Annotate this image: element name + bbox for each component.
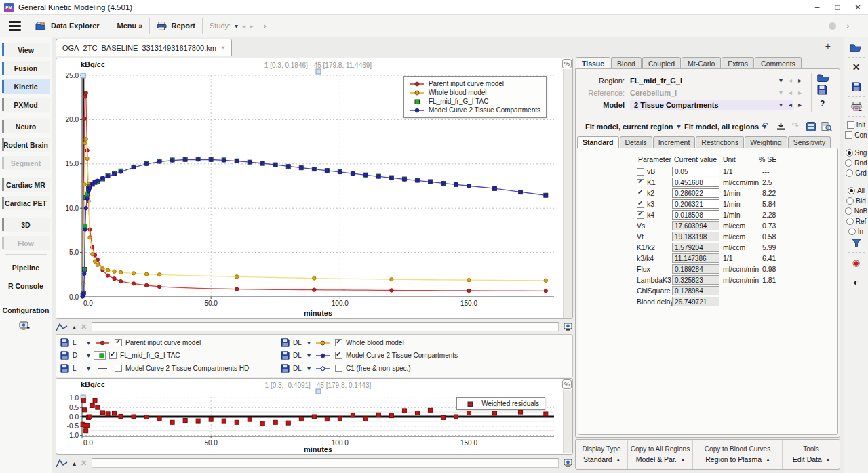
save-curve-icon[interactable] <box>281 338 290 347</box>
radio-nob[interactable]: NoB <box>845 206 867 216</box>
radio-irr[interactable]: Irr <box>848 226 864 236</box>
curve-mode-label[interactable]: DL <box>293 339 304 346</box>
parameter-value-field[interactable]: 0.018508 <box>672 210 719 220</box>
curve-marker-button[interactable] <box>314 351 332 360</box>
collapse-icon[interactable]: ▴ <box>73 323 76 331</box>
sidebar-item-3d[interactable]: 3D <box>2 218 50 232</box>
save-curve-icon[interactable] <box>281 364 290 373</box>
checkbox-box[interactable] <box>847 121 854 129</box>
curve-marker-button[interactable] <box>94 338 111 347</box>
save-curve-icon[interactable] <box>60 338 69 347</box>
sidebar-item-rodent-brain[interactable]: Rodent Brain <box>2 138 50 152</box>
curve-visibility-checkbox[interactable] <box>335 365 342 372</box>
curve-mode-dropdown-icon[interactable]: ▾ <box>87 339 90 346</box>
radio-bld[interactable]: Bld <box>846 196 865 206</box>
radio-rnd[interactable]: Rnd <box>845 158 867 168</box>
model-dropdown-icon[interactable]: ▾ <box>779 101 783 108</box>
sidebar-item-r-console[interactable]: R Console <box>2 279 50 293</box>
region-dropdown-icon[interactable]: ▾ <box>779 77 783 84</box>
region-value[interactable]: FL_mid_fr_G_I <box>630 77 682 85</box>
radio-circle[interactable] <box>846 169 853 177</box>
region-prev-icon[interactable]: ◂ <box>789 77 792 84</box>
target-icon[interactable]: ◉ <box>852 256 860 268</box>
curve-mode-dropdown-icon[interactable]: ▾ <box>87 352 90 359</box>
curve-mode-label[interactable]: L <box>73 365 83 372</box>
document-tab[interactable]: OGA_2TC_BASELINE_331314931617800.km × <box>56 39 232 56</box>
radio-circle[interactable] <box>846 218 854 225</box>
group-dropdown-button[interactable]: Region to Plasma▴ <box>705 455 769 464</box>
checkbox-init[interactable]: Init <box>847 120 865 130</box>
filter-icon[interactable] <box>852 236 861 249</box>
save-icon[interactable] <box>852 81 861 93</box>
fit-parameter-checkbox[interactable] <box>637 201 644 208</box>
model-selector[interactable]: 2 Tissue Compartments <box>630 100 793 110</box>
sidebar-item-cardiac-mr[interactable]: Cardiac MR <box>2 178 50 192</box>
study-chevron-icon[interactable]: › <box>264 22 266 30</box>
curve-mode-dropdown-icon[interactable]: ▾ <box>307 365 311 372</box>
fit-current-region-button[interactable]: Fit model, current region▾ <box>585 121 681 132</box>
hamburger-menu-icon[interactable] <box>9 21 21 31</box>
region-next-icon[interactable]: ▸ <box>798 77 802 84</box>
parameter-value-field[interactable]: 0.451688 <box>672 178 719 187</box>
clear-x-icon[interactable]: ✕ <box>852 61 861 73</box>
close-button[interactable]: ✕ <box>848 0 868 14</box>
curve-visibility-checkbox[interactable] <box>115 339 122 346</box>
curve-mode-label[interactable]: D <box>73 352 83 359</box>
save-curve-icon[interactable] <box>60 351 69 360</box>
model-next-icon[interactable]: ▸ <box>798 101 802 108</box>
save-curve-icon[interactable] <box>281 351 290 360</box>
residuals-chart[interactable]: 1.00.50.0-0.5-1.00.050.0100.0150.01 [0.3… <box>58 379 562 454</box>
group-dropdown-button[interactable]: Edit Data▴ <box>793 455 830 464</box>
tab-extras[interactable]: Extras <box>722 57 754 69</box>
tab-add-icon[interactable]: + <box>825 41 831 52</box>
radio-circle[interactable] <box>845 159 852 167</box>
parameters-grid-icon[interactable] <box>806 122 816 131</box>
minimize-button[interactable]: – <box>807 0 827 14</box>
tab-standard[interactable]: Standard <box>577 136 619 148</box>
undo-icon[interactable]: ↶ <box>761 121 768 131</box>
curve-marker-button[interactable] <box>94 364 111 373</box>
curve-visibility-checkbox[interactable] <box>335 352 342 359</box>
fit-parameter-checkbox[interactable] <box>637 179 644 186</box>
radio-all[interactable]: All <box>848 186 865 196</box>
tab-weighting[interactable]: Weighting <box>745 136 787 148</box>
sidebar-item-pxmod[interactable]: PXMod <box>2 98 50 112</box>
parameter-value-field[interactable]: 0.206321 <box>672 199 719 209</box>
sidebar-item-cardiac-pet[interactable]: Cardiac PET <box>2 196 50 210</box>
model-prev-icon[interactable]: ◂ <box>789 101 792 108</box>
help-button[interactable]: ? <box>820 99 825 108</box>
curve-mode-label[interactable]: DL <box>293 365 304 372</box>
checkbox-box[interactable] <box>845 131 852 139</box>
radio-circle[interactable] <box>848 228 856 235</box>
tab-close-icon[interactable]: × <box>221 44 225 52</box>
capture-icon[interactable] <box>564 459 573 467</box>
radio-circle[interactable] <box>846 197 854 205</box>
fit-parameter-checkbox[interactable] <box>637 211 644 219</box>
curve-mode-dropdown-icon[interactable]: ▾ <box>307 352 311 359</box>
sidebar-item-fusion[interactable]: Fusion <box>2 61 50 75</box>
curve-marker-button[interactable] <box>314 364 332 373</box>
tab-tissue[interactable]: Tissue <box>576 57 610 69</box>
curve-style-icon[interactable] <box>56 323 68 331</box>
curve-style-icon[interactable] <box>56 459 68 468</box>
parameter-value-field[interactable]: 0.286022 <box>672 188 719 198</box>
parameter-value-field[interactable]: 0.05 <box>672 167 719 176</box>
printer-icon[interactable] <box>851 100 862 112</box>
radio-circle[interactable] <box>846 149 853 157</box>
tab-mt-carlo[interactable]: Mt-Carlo <box>682 57 721 69</box>
panel-expand-icon[interactable]: › <box>847 22 849 30</box>
report-preview-icon[interactable] <box>821 122 832 131</box>
radio-sng[interactable]: Sng <box>846 148 867 158</box>
report-button[interactable]: Report <box>157 22 195 30</box>
capture-icon[interactable] <box>564 323 573 331</box>
tab-comments[interactable]: Comments <box>755 57 802 69</box>
radio-ref[interactable]: Ref <box>846 216 867 226</box>
percent-scale-button[interactable]: % <box>562 379 572 389</box>
menu-button[interactable]: Menu » <box>117 22 143 30</box>
contrast-icon[interactable]: ◐ <box>854 276 859 288</box>
curve-visibility-checkbox[interactable] <box>115 365 122 372</box>
tab-sensitivity[interactable]: Sensitivity <box>788 136 831 148</box>
save-model-icon[interactable] <box>817 85 827 95</box>
tab-increment[interactable]: Increment <box>653 136 696 148</box>
sidebar-item-kinetic[interactable]: Kinetic <box>2 79 50 94</box>
